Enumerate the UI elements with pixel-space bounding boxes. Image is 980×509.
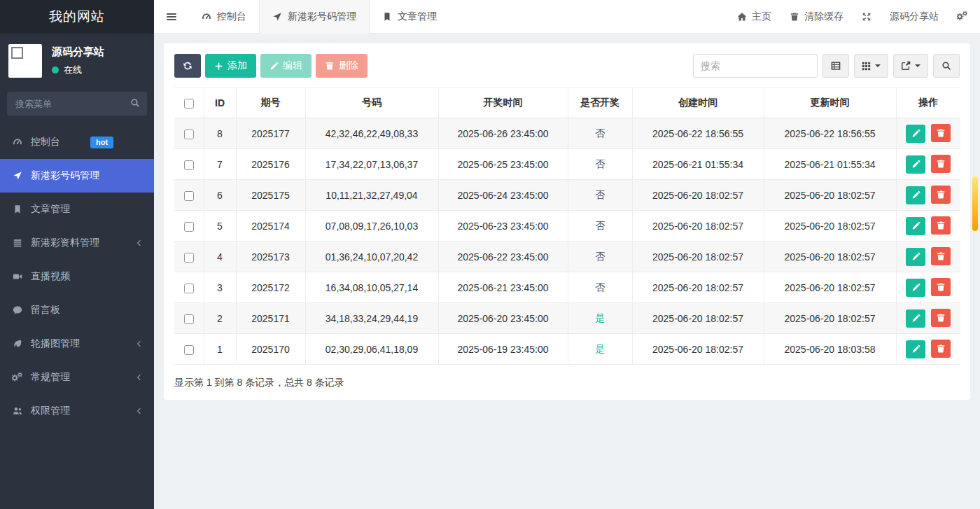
cell-actions [896,334,960,365]
row-delete-button[interactable] [931,247,951,265]
table-row: 5 2025174 07,08,09,17,26,10,03 2025-06-2… [174,211,960,242]
app-window: 我的网站 源码分享站 在线 控制台 hot 新港彩号码管理 文章管理 [0,0,980,509]
row-delete-button[interactable] [931,124,951,142]
user-menu[interactable]: 源码分享站 [890,11,939,23]
plus-icon [214,62,223,71]
search-toggle-button[interactable] [933,54,960,78]
cell-updated-time: 2025-06-20 18:02:57 [764,180,896,211]
grid-icon [862,62,871,71]
row-edit-button[interactable] [906,279,925,297]
cell-actions [896,149,960,180]
cell-draw-time: 2025-06-23 23:45:00 [438,211,568,242]
video-icon [10,272,24,281]
cell-issue: 2025173 [236,242,305,272]
pencil-icon [911,160,920,169]
row-checkbox[interactable] [184,314,194,324]
user-name: 源码分享站 [52,46,104,59]
tab-article[interactable]: 文章管理 [370,0,449,34]
cell-created-time: 2025-06-20 18:02:57 [632,303,764,334]
row-edit-button[interactable] [906,217,925,235]
trash-icon [936,313,946,323]
row-checkbox[interactable] [184,160,194,170]
cell-numbers: 42,32,46,22,49,08,33 [305,118,438,149]
row-checkbox[interactable] [184,191,194,201]
row-edit-button[interactable] [906,248,925,266]
column-header[interactable]: 开奖时间 [438,88,568,118]
scrollbar-thumb[interactable] [972,176,978,231]
avatar[interactable] [8,44,42,78]
location-arrow-icon [10,171,24,181]
toggle-view-button[interactable] [822,54,849,78]
sidebar-item-message-board[interactable]: 留言板 [0,293,154,327]
edit-button[interactable]: 编辑 [260,54,312,78]
add-button[interactable]: 添加 [205,54,256,78]
row-delete-button[interactable] [931,186,951,204]
sidebar-item-dashboard[interactable]: 控制台 hot [0,125,154,159]
row-edit-button[interactable] [906,186,925,204]
sidebar-item-live-video[interactable]: 直播视频 [0,260,154,293]
row-delete-button[interactable] [931,340,951,358]
tab-lottery-number[interactable]: 新港彩号码管理 [259,0,370,34]
refresh-icon [183,61,192,71]
sidebar-item-article[interactable]: 文章管理 [0,193,154,226]
column-header[interactable]: 号码 [305,88,438,118]
menu-search-input[interactable] [7,92,147,116]
caret-down-icon [875,64,881,67]
sidebar-item-auth[interactable]: 权限管理 [0,394,154,428]
sidebar-toggle-button[interactable] [154,11,189,22]
row-edit-button[interactable] [906,125,925,143]
sidebar-item-lottery-number[interactable]: 新港彩号码管理 [0,159,154,193]
online-dot-icon [52,67,59,74]
sidebar-item-banner[interactable]: 轮播图管理 [0,327,154,361]
sidebar-item-label: 留言板 [31,304,60,316]
leaf-icon [10,339,24,349]
cell-issue: 2025172 [236,272,305,303]
row-checkbox[interactable] [184,222,194,232]
sidebar-item-general[interactable]: 常规管理 [0,361,154,394]
row-edit-button[interactable] [906,155,925,174]
delete-button[interactable]: 删除 [316,54,368,78]
row-edit-button[interactable] [906,340,925,358]
refresh-button[interactable] [174,54,201,78]
select-all-checkbox[interactable] [184,99,194,109]
sidebar-item-lottery-data[interactable]: 新港彩资料管理 [0,226,154,260]
cell-created-time: 2025-06-20 18:02:57 [632,211,764,242]
row-checkbox[interactable] [184,284,194,293]
column-header[interactable]: 创建时间 [632,88,764,118]
row-delete-button[interactable] [931,309,951,327]
table-search-input[interactable] [693,54,818,78]
row-checkbox[interactable] [184,130,194,139]
row-delete-button[interactable] [931,216,951,235]
row-checkbox[interactable] [184,345,194,355]
settings-button[interactable] [957,11,967,22]
cell-actions [896,180,960,211]
row-checkbox[interactable] [184,253,194,263]
column-header[interactable]: 操作 [896,88,960,118]
cell-actions [896,242,960,272]
comment-icon [10,305,24,315]
table-view-icon [831,61,841,71]
chevron-left-icon [135,373,144,382]
tab-label: 控制台 [217,11,246,23]
cell-actions [896,303,960,334]
row-delete-button[interactable] [931,278,951,296]
column-header[interactable]: 期号 [236,88,305,118]
sidebar-item-label: 新港彩资料管理 [31,237,99,249]
main-area: 控制台 新港彩号码管理 文章管理 主页 清除缓存 源码分享站 [154,0,980,509]
columns-dropdown-button[interactable] [854,54,888,78]
cell-issue: 2025177 [236,118,305,149]
row-edit-button[interactable] [906,309,925,328]
tab-dashboard[interactable]: 控制台 [189,0,259,34]
column-header[interactable]: 是否开奖 [568,88,632,118]
fullscreen-button[interactable] [862,12,872,22]
cell-updated-time: 2025-06-20 18:02:57 [764,272,896,303]
sidebar-item-label: 常规管理 [31,371,70,384]
row-delete-button[interactable] [931,155,951,173]
column-header[interactable]: ID [204,88,236,118]
clear-cache-button[interactable]: 清除缓存 [790,11,844,23]
export-dropdown-button[interactable] [893,54,928,78]
cell-updated-time: 2025-06-20 18:02:57 [764,303,896,334]
pencil-icon [911,190,920,200]
home-link[interactable]: 主页 [737,11,771,23]
column-header[interactable]: 更新时间 [764,88,896,118]
